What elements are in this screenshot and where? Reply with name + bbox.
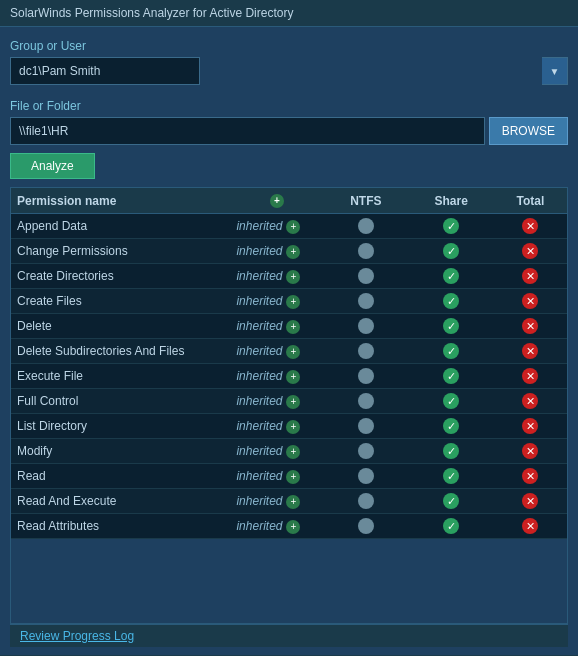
total-x-icon: ✕ <box>522 293 538 309</box>
row-add-icon[interactable]: + <box>286 420 300 434</box>
file-or-folder-input[interactable] <box>10 117 485 145</box>
share-check-icon: ✓ <box>443 518 459 534</box>
share-check-icon: ✓ <box>443 343 459 359</box>
title-bar: SolarWinds Permissions Analyzer for Acti… <box>0 0 578 27</box>
row-add-icon[interactable]: + <box>286 245 300 259</box>
total-cell: ✕ <box>494 464 567 489</box>
total-cell: ✕ <box>494 214 567 239</box>
table-row: Full Controlinherited+✓✕ <box>11 389 567 414</box>
ntfs-cell <box>323 514 408 539</box>
ntfs-gray-icon <box>358 343 374 359</box>
permissions-table: Permission name + NTFS Share Total Appen… <box>11 188 567 539</box>
share-check-icon: ✓ <box>443 318 459 334</box>
share-cell: ✓ <box>408 514 493 539</box>
total-cell: ✕ <box>494 314 567 339</box>
ntfs-cell <box>323 239 408 264</box>
ntfs-cell <box>323 464 408 489</box>
add-column-icon[interactable]: + <box>270 194 284 208</box>
table-row: Create Filesinherited+✓✕ <box>11 289 567 314</box>
table-row: Read Attributesinherited+✓✕ <box>11 514 567 539</box>
ntfs-gray-icon <box>358 518 374 534</box>
col-header-share: Share <box>408 188 493 214</box>
ntfs-cell <box>323 414 408 439</box>
total-cell: ✕ <box>494 439 567 464</box>
share-cell: ✓ <box>408 364 493 389</box>
permission-name: Execute File <box>11 364 230 389</box>
permission-name: Create Files <box>11 289 230 314</box>
row-add-icon[interactable]: + <box>286 495 300 509</box>
table-row: Delete Subdirectories And Filesinherited… <box>11 339 567 364</box>
ntfs-gray-icon <box>358 443 374 459</box>
group-or-user-label: Group or User <box>10 39 568 53</box>
ntfs-gray-icon <box>358 368 374 384</box>
group-or-user-input[interactable] <box>10 57 200 85</box>
table-row: List Directoryinherited+✓✕ <box>11 414 567 439</box>
row-add-icon[interactable]: + <box>286 295 300 309</box>
inherited-cell: inherited+ <box>230 214 323 239</box>
file-or-folder-row: BROWSE <box>10 117 568 145</box>
ntfs-gray-icon <box>358 493 374 509</box>
share-cell: ✓ <box>408 489 493 514</box>
share-cell: ✓ <box>408 314 493 339</box>
browse-button[interactable]: BROWSE <box>489 117 568 145</box>
total-x-icon: ✕ <box>522 468 538 484</box>
inherited-cell: inherited+ <box>230 514 323 539</box>
share-cell: ✓ <box>408 264 493 289</box>
ntfs-gray-icon <box>358 243 374 259</box>
permission-name: Full Control <box>11 389 230 414</box>
share-check-icon: ✓ <box>443 443 459 459</box>
share-check-icon: ✓ <box>443 468 459 484</box>
table-row: Modifyinherited+✓✕ <box>11 439 567 464</box>
inherited-cell: inherited+ <box>230 264 323 289</box>
inherited-cell: inherited+ <box>230 389 323 414</box>
analyze-button[interactable]: Analyze <box>10 153 95 179</box>
table-row: Readinherited+✓✕ <box>11 464 567 489</box>
total-x-icon: ✕ <box>522 368 538 384</box>
ntfs-cell <box>323 489 408 514</box>
total-x-icon: ✕ <box>522 218 538 234</box>
row-add-icon[interactable]: + <box>286 395 300 409</box>
row-add-icon[interactable]: + <box>286 470 300 484</box>
table-row: Create Directoriesinherited+✓✕ <box>11 264 567 289</box>
col-header-add: + <box>230 188 323 214</box>
row-add-icon[interactable]: + <box>286 270 300 284</box>
group-or-user-dropdown-arrow[interactable]: ▼ <box>542 57 568 85</box>
group-or-user-row: ▼ <box>10 57 568 85</box>
row-add-icon[interactable]: + <box>286 445 300 459</box>
inherited-cell: inherited+ <box>230 439 323 464</box>
permission-name: Append Data <box>11 214 230 239</box>
table-row: Execute Fileinherited+✓✕ <box>11 364 567 389</box>
table-header-row: Permission name + NTFS Share Total <box>11 188 567 214</box>
permission-name: Read And Execute <box>11 489 230 514</box>
table-row: Change Permissionsinherited+✓✕ <box>11 239 567 264</box>
total-cell: ✕ <box>494 364 567 389</box>
ntfs-gray-icon <box>358 318 374 334</box>
permission-name: Delete Subdirectories And Files <box>11 339 230 364</box>
table-scroll[interactable]: Permission name + NTFS Share Total Appen… <box>11 188 567 623</box>
review-progress-log-link[interactable]: Review Progress Log <box>20 629 134 643</box>
share-cell: ✓ <box>408 214 493 239</box>
total-cell: ✕ <box>494 289 567 314</box>
total-x-icon: ✕ <box>522 393 538 409</box>
ntfs-gray-icon <box>358 293 374 309</box>
row-add-icon[interactable]: + <box>286 220 300 234</box>
total-x-icon: ✕ <box>522 518 538 534</box>
col-header-total: Total <box>494 188 567 214</box>
share-check-icon: ✓ <box>443 393 459 409</box>
row-add-icon[interactable]: + <box>286 345 300 359</box>
row-add-icon[interactable]: + <box>286 320 300 334</box>
permissions-table-container: Permission name + NTFS Share Total Appen… <box>10 187 568 624</box>
inherited-cell: inherited+ <box>230 239 323 264</box>
ntfs-gray-icon <box>358 218 374 234</box>
permission-name: Read Attributes <box>11 514 230 539</box>
ntfs-cell <box>323 214 408 239</box>
ntfs-cell <box>323 314 408 339</box>
row-add-icon[interactable]: + <box>286 370 300 384</box>
ntfs-cell <box>323 439 408 464</box>
inherited-cell: inherited+ <box>230 314 323 339</box>
total-cell: ✕ <box>494 389 567 414</box>
share-cell: ✓ <box>408 464 493 489</box>
inherited-cell: inherited+ <box>230 339 323 364</box>
row-add-icon[interactable]: + <box>286 520 300 534</box>
total-x-icon: ✕ <box>522 443 538 459</box>
